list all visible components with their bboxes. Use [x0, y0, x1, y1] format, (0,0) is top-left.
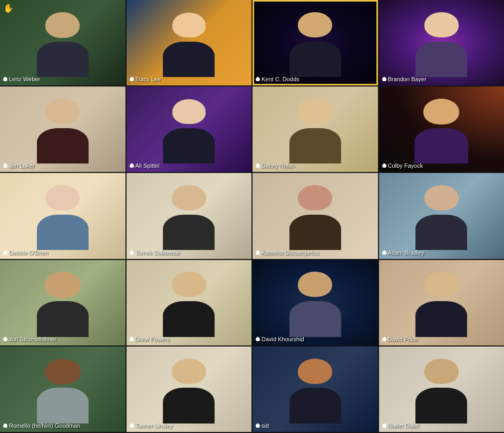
mic-icon-sid	[256, 424, 260, 428]
participant-cell-drew[interactable]: Drew Powers	[127, 260, 252, 345]
mic-icon-david-k	[256, 337, 260, 341]
participant-cell-kent[interactable]: Kent C. Dodds	[253, 0, 378, 85]
participant-name-kent: Kent C. Dodds	[256, 76, 299, 82]
participant-cell-debbie[interactable]: Debbie O'Brien	[0, 173, 125, 258]
participant-cell-brandon[interactable]: Brandon Bayer	[379, 0, 505, 85]
participant-name-juri: Juri Strumpflohner	[3, 336, 56, 342]
participant-name-colby: Colby Fayock	[382, 162, 423, 169]
participant-cell-david-k[interactable]: David Khourshid	[253, 260, 378, 345]
participant-cell-tracy[interactable]: Tracy Lee	[127, 0, 252, 85]
participant-name-debbie: Debbie O'Brien	[3, 249, 48, 256]
participant-name-tomek: Tomek Sułkowski	[130, 249, 180, 256]
participant-name-lenz: Lenz Weber	[3, 76, 40, 82]
mic-icon-debbie	[3, 251, 7, 255]
mic-icon-tracy	[130, 77, 134, 81]
participant-name-adam: Adam Bradley	[382, 249, 424, 256]
participant-cell-katerina[interactable]: Katerina Skroumpelou	[253, 173, 378, 258]
mic-icon-juri	[3, 337, 7, 341]
mic-icon-dacey	[256, 163, 260, 168]
mic-icon-katerina	[256, 251, 260, 255]
participant-name-brandon: Brandon Bayer	[382, 76, 427, 82]
participant-name-tanner: Tanner Linsley	[130, 422, 173, 429]
mic-icon-tomek	[130, 251, 134, 255]
participant-name-sid: sid	[256, 422, 269, 429]
mic-icon-david-p	[382, 337, 386, 341]
participant-name-david-k: David Khourshid	[256, 336, 304, 342]
participant-cell-lenz[interactable]: ✋ Lenz Weber	[0, 0, 125, 85]
mic-icon-adam	[382, 251, 386, 255]
participant-cell-nader[interactable]: Nader Dabit	[379, 347, 505, 432]
mic-icon-ali	[130, 163, 134, 168]
participant-name-ali: Ali Spittel	[130, 162, 160, 169]
participant-name-drew: Drew Powers	[130, 336, 170, 342]
mic-icon-brandon	[382, 77, 386, 81]
participant-cell-jen[interactable]: Jen Luker	[0, 86, 125, 172]
participant-name-nader: Nader Dabit	[382, 422, 419, 429]
participant-name-jen: Jen Luker	[3, 162, 34, 169]
hand-raised-icon: ✋	[3, 3, 14, 13]
participant-cell-romello[interactable]: Romello (he/him) Goodman	[0, 347, 125, 432]
participant-cell-tomek[interactable]: Tomek Sułkowski	[127, 173, 252, 258]
mic-icon-jen	[3, 163, 7, 168]
participant-name-katerina: Katerina Skroumpelou	[256, 249, 319, 256]
participant-cell-ali[interactable]: Ali Spittel	[127, 86, 252, 172]
mic-icon-drew	[130, 337, 134, 341]
participant-cell-tanner[interactable]: Tanner Linsley	[127, 347, 252, 432]
mic-icon-tanner	[130, 424, 134, 428]
mic-icon-nader	[382, 424, 386, 428]
participant-cell-colby[interactable]: Colby Fayock	[379, 86, 505, 172]
participant-cell-juri[interactable]: Juri Strumpflohner	[0, 260, 125, 345]
participant-cell-sid[interactable]: sid	[253, 347, 378, 432]
mic-icon-kent	[256, 77, 260, 81]
video-grid: ✋ Lenz Weber Tracy Lee	[0, 0, 504, 433]
participant-name-dacey: Dacey Nolan	[256, 162, 295, 169]
mic-icon-romello	[3, 424, 7, 428]
participant-name-david-p: David Price	[382, 336, 418, 342]
participant-cell-adam[interactable]: Adam Bradley	[379, 173, 505, 258]
mic-icon-colby	[382, 163, 386, 168]
mic-icon-lenz	[3, 77, 7, 81]
participant-cell-david-p[interactable]: David Price	[379, 260, 505, 345]
participant-name-romello: Romello (he/him) Goodman	[3, 422, 80, 429]
participant-cell-dacey[interactable]: Dacey Nolan	[253, 86, 378, 172]
participant-name-tracy: Tracy Lee	[130, 76, 161, 82]
